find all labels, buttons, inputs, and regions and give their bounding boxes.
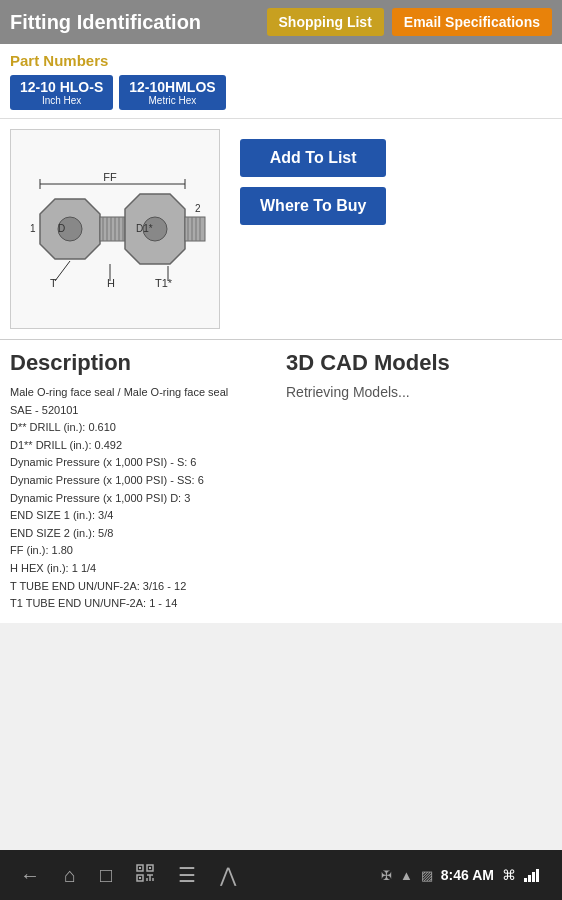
svg-rect-41 bbox=[524, 878, 527, 882]
desc-line-8: END SIZE 1 (in.): 3/4 bbox=[10, 507, 276, 525]
bottom-nav: ← ⌂ □ ☰ ⋀ ✠ ▲ ▨ 8: bbox=[0, 850, 562, 900]
signal-icon: ▲ bbox=[400, 868, 413, 883]
image-icon: ▨ bbox=[421, 868, 433, 883]
recents-icon[interactable]: □ bbox=[100, 864, 112, 887]
svg-text:H: H bbox=[107, 277, 115, 289]
part-tab-metric-hex[interactable]: 12-10HMLOS Metric Hex bbox=[119, 75, 225, 110]
desc-line-12: T TUBE END UN/UNF-2A: 3/16 - 12 bbox=[10, 578, 276, 596]
wifi-icon: ⌘ bbox=[502, 867, 516, 883]
desc-line-7: Dynamic Pressure (x 1,000 PSI) D: 3 bbox=[10, 490, 276, 508]
part-numbers-label: Part Numbers bbox=[10, 52, 552, 69]
qr-icon[interactable] bbox=[136, 864, 154, 887]
desc-line-2: SAE - 520101 bbox=[10, 402, 276, 420]
part-number-tabs: 12-10 HLO-S Inch Hex 12-10HMLOS Metric H… bbox=[10, 75, 552, 110]
time-display: 8:46 AM bbox=[441, 867, 494, 883]
svg-text:T1*: T1* bbox=[155, 277, 173, 289]
back-icon[interactable]: ← bbox=[20, 864, 40, 887]
main-content: FF D 1 D1* 2 T H T1* Add To List Where T… bbox=[0, 119, 562, 340]
action-buttons: Add To List Where To Buy bbox=[220, 129, 386, 329]
part-tab-sub-label: Inch Hex bbox=[42, 95, 81, 106]
up-icon[interactable]: ⋀ bbox=[220, 863, 236, 887]
signal-bars-icon bbox=[524, 868, 542, 882]
expand-icon: ✠ bbox=[381, 868, 392, 883]
svg-rect-44 bbox=[536, 869, 539, 882]
svg-rect-3 bbox=[100, 217, 125, 241]
svg-text:D: D bbox=[58, 223, 65, 234]
cad-column: 3D CAD Models Retrieving Models... bbox=[286, 350, 552, 613]
svg-text:2: 2 bbox=[195, 203, 201, 214]
menu-icon[interactable]: ☰ bbox=[178, 863, 196, 887]
desc-cad-section: Description Male O-ring face seal / Male… bbox=[0, 340, 562, 623]
desc-line-13: T1 TUBE END UN/UNF-2A: 1 - 14 bbox=[10, 595, 276, 613]
desc-line-10: FF (in.): 1.80 bbox=[10, 542, 276, 560]
desc-line-9: END SIZE 2 (in.): 5/8 bbox=[10, 525, 276, 543]
svg-rect-36 bbox=[139, 877, 141, 879]
svg-rect-42 bbox=[528, 875, 531, 882]
desc-line-5: Dynamic Pressure (x 1,000 PSI) - S: 6 bbox=[10, 454, 276, 472]
desc-line-6: Dynamic Pressure (x 1,000 PSI) - SS: 6 bbox=[10, 472, 276, 490]
header-buttons: Shopping List Email Specifications bbox=[267, 8, 553, 36]
cad-status: Retrieving Models... bbox=[286, 384, 552, 400]
page-title: Fitting Identification bbox=[10, 11, 201, 34]
description-title: Description bbox=[10, 350, 276, 376]
svg-text:D1*: D1* bbox=[136, 223, 153, 234]
part-tab-inch-hex[interactable]: 12-10 HLO-S Inch Hex bbox=[10, 75, 113, 110]
email-specs-button[interactable]: Email Specifications bbox=[392, 8, 552, 36]
part-tab-metric-main-label: 12-10HMLOS bbox=[129, 79, 215, 95]
svg-rect-43 bbox=[532, 872, 535, 882]
fitting-diagram: FF D 1 D1* 2 T H T1* bbox=[10, 129, 220, 329]
svg-text:FF: FF bbox=[103, 171, 117, 183]
svg-text:T: T bbox=[50, 277, 57, 289]
svg-rect-35 bbox=[149, 867, 151, 869]
shopping-list-button[interactable]: Shopping List bbox=[267, 8, 384, 36]
description-details: Male O-ring face seal / Male O-ring face… bbox=[10, 384, 276, 613]
desc-line-3: D** DRILL (in.): 0.610 bbox=[10, 419, 276, 437]
nav-icons-left: ← ⌂ □ ☰ ⋀ bbox=[20, 863, 236, 887]
header: Fitting Identification Shopping List Ema… bbox=[0, 0, 562, 44]
svg-text:1: 1 bbox=[30, 223, 36, 234]
fitting-svg: FF D 1 D1* 2 T H T1* bbox=[20, 139, 210, 319]
cad-title: 3D CAD Models bbox=[286, 350, 552, 376]
desc-line-11: H HEX (in.): 1 1/4 bbox=[10, 560, 276, 578]
svg-rect-34 bbox=[139, 867, 141, 869]
part-tab-metric-sub-label: Metric Hex bbox=[149, 95, 197, 106]
nav-status-right: ✠ ▲ ▨ 8:46 AM ⌘ bbox=[381, 867, 542, 883]
part-tab-main-label: 12-10 HLO-S bbox=[20, 79, 103, 95]
home-icon[interactable]: ⌂ bbox=[64, 864, 76, 887]
description-column: Description Male O-ring face seal / Male… bbox=[10, 350, 276, 613]
where-to-buy-button[interactable]: Where To Buy bbox=[240, 187, 386, 225]
add-to-list-button[interactable]: Add To List bbox=[240, 139, 386, 177]
desc-line-1: Male O-ring face seal / Male O-ring face… bbox=[10, 384, 276, 402]
part-numbers-section: Part Numbers 12-10 HLO-S Inch Hex 12-10H… bbox=[0, 44, 562, 119]
desc-line-4: D1** DRILL (in.): 0.492 bbox=[10, 437, 276, 455]
